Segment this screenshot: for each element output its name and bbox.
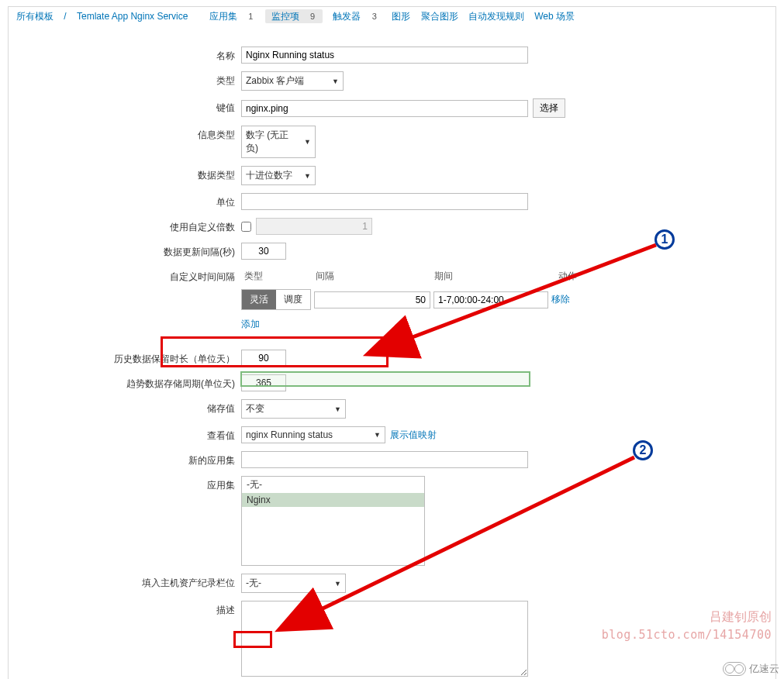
list-item-none[interactable]: -无-: [242, 477, 424, 493]
chevron-down-icon: ▼: [334, 405, 341, 413]
name-label: 名称: [9, 47, 241, 63]
inventory-select[interactable]: -无-▼: [241, 574, 346, 593]
toggle-scheduling[interactable]: 调度: [276, 290, 310, 309]
breadcrumb-template-name[interactable]: Temlate App Nginx Service: [74, 9, 191, 23]
interval-remove-link[interactable]: 移除: [551, 293, 570, 306]
data-type-label: 数据类型: [9, 166, 241, 182]
breadcrumb-all-templates[interactable]: 所有模板: [13, 9, 57, 23]
info-type-select[interactable]: 数字 (无正负)▼: [241, 126, 316, 158]
apps-listbox[interactable]: -无- Nginx: [241, 476, 425, 566]
unit-label: 单位: [9, 193, 241, 209]
watermark: 吕建钊原创 blog.51cto.com/14154700: [602, 608, 772, 644]
new-app-label: 新的应用集: [9, 451, 241, 467]
footer-brand: 亿速云: [723, 662, 779, 676]
tab-triggers[interactable]: 触发器 3: [326, 9, 384, 23]
show-value-label: 查看值: [9, 426, 241, 443]
breadcrumb-sep: /: [60, 9, 69, 23]
interval-value-input[interactable]: [314, 291, 430, 308]
tab-graphs[interactable]: 图形: [389, 9, 413, 23]
key-select-button[interactable]: 选择: [533, 98, 565, 118]
show-value-mapping-link[interactable]: 展示值映射: [390, 429, 437, 442]
type-select[interactable]: Zabbix 客户端▼: [241, 71, 344, 91]
trend-label: 趋势数据存储周期(单位天): [9, 374, 241, 391]
annotation-marker-2: 2: [633, 440, 653, 460]
interval-add-link[interactable]: 添加: [241, 318, 260, 331]
custom-interval-label: 自定义时间间隔: [9, 267, 241, 284]
inventory-label: 填入主机资产纪录栏位: [9, 574, 241, 590]
cloud-icon: [723, 662, 746, 676]
store-value-label: 储存值: [9, 399, 241, 415]
type-label: 类型: [9, 71, 241, 88]
update-interval-label: 数据更新间隔(秒): [9, 243, 241, 259]
update-interval-input[interactable]: [241, 243, 286, 260]
apps-label: 应用集: [9, 476, 241, 492]
chevron-down-icon: ▼: [304, 172, 311, 180]
data-type-select[interactable]: 十进位数字▼: [241, 166, 316, 185]
interval-type-toggle[interactable]: 灵活 调度: [241, 289, 311, 310]
interval-header: 类型 间隔 期间 动作: [241, 267, 586, 288]
chevron-down-icon: ▼: [304, 138, 311, 146]
trend-input[interactable]: [241, 374, 286, 391]
history-label: 历史数据保留时长（单位天）: [9, 350, 241, 366]
tab-apps[interactable]: 应用集 1: [203, 9, 261, 23]
tab-items[interactable]: 监控项 9: [265, 9, 323, 23]
store-value-select[interactable]: 不变▼: [241, 399, 346, 419]
tab-web[interactable]: Web 场景: [531, 9, 578, 23]
interval-period-input[interactable]: [433, 291, 548, 308]
annotation-marker-1: 1: [654, 229, 675, 250]
description-textarea[interactable]: [241, 601, 528, 677]
breadcrumb-tabs: 所有模板 / Temlate App Nginx Service 应用集 1 监…: [9, 7, 775, 25]
tab-screens[interactable]: 聚合图形: [418, 9, 461, 23]
multiplier-label: 使用自定义倍数: [9, 218, 241, 234]
key-label: 键值: [9, 98, 241, 115]
show-value-select[interactable]: nginx Running status▼: [241, 426, 385, 443]
chevron-down-icon: ▼: [332, 78, 339, 85]
history-input[interactable]: [241, 350, 286, 367]
key-input[interactable]: [241, 100, 528, 117]
chevron-down-icon: ▼: [334, 580, 341, 588]
name-input[interactable]: [241, 47, 528, 64]
toggle-flexible[interactable]: 灵活: [242, 290, 276, 309]
tab-discovery[interactable]: 自动发现规则: [465, 9, 527, 23]
info-type-label: 信息类型: [9, 126, 241, 142]
multiplier-value: 1: [256, 218, 372, 235]
description-label: 描述: [9, 601, 241, 617]
chevron-down-icon: ▼: [374, 431, 381, 439]
unit-input[interactable]: [241, 193, 528, 210]
multiplier-checkbox[interactable]: [241, 222, 251, 232]
new-app-input[interactable]: [241, 451, 528, 468]
list-item-nginx[interactable]: Nginx: [242, 493, 424, 507]
